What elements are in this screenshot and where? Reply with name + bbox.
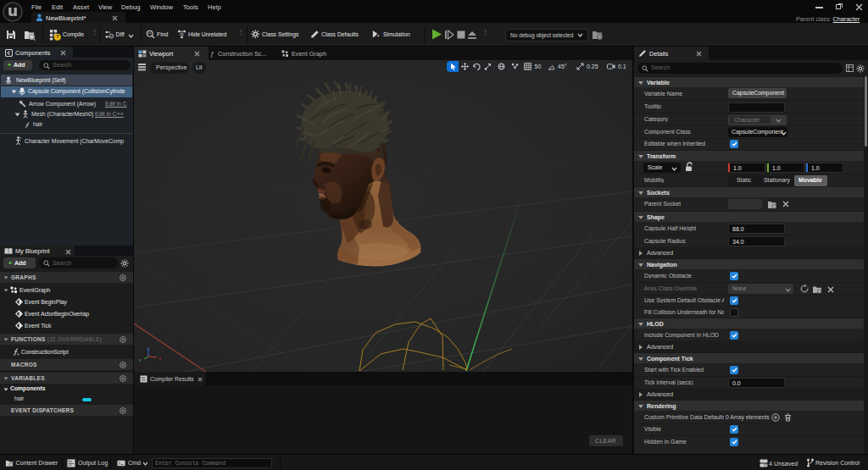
svg-text:?: ? (56, 33, 59, 39)
